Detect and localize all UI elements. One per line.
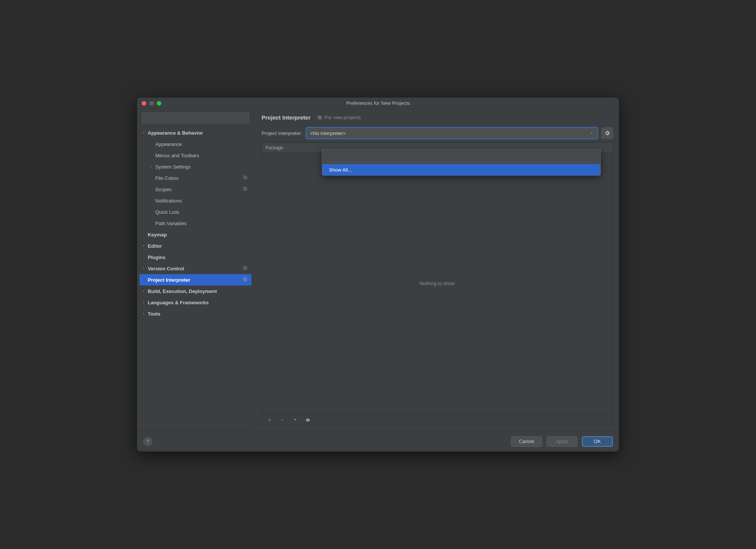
page-context: For new projects bbox=[317, 115, 361, 120]
sidebar-item-label: Build, Execution, Deployment bbox=[148, 288, 217, 294]
body: Appearance & BehaviorAppearanceMenus and… bbox=[137, 109, 619, 431]
chevron-right-icon bbox=[141, 244, 146, 248]
sidebar-item-project-interpreter[interactable]: Project Interpreter bbox=[139, 274, 251, 285]
svg-rect-2 bbox=[244, 176, 247, 179]
sidebar-item-label: Path Variables bbox=[155, 221, 187, 226]
sidebar-item-label: Scopes bbox=[155, 187, 171, 192]
dialog-footer: ? Cancel Apply OK bbox=[137, 431, 619, 451]
sidebar-item-path-variables[interactable]: Path Variables bbox=[139, 218, 251, 229]
ok-button[interactable]: OK bbox=[582, 436, 613, 447]
sidebar-item-system-settings[interactable]: System Settings bbox=[139, 161, 251, 172]
sidebar-item-plugins[interactable]: Plugins bbox=[139, 251, 251, 263]
sidebar-item-quick-lists[interactable]: Quick Lists bbox=[139, 206, 251, 218]
help-button[interactable]: ? bbox=[143, 437, 152, 446]
add-package-button[interactable] bbox=[266, 417, 272, 423]
sidebar-item-label: Plugins bbox=[148, 255, 165, 260]
sidebar-item-label: Quick Lists bbox=[155, 209, 179, 215]
svg-point-12 bbox=[308, 419, 308, 420]
dropdown-option--no-interpreter-[interactable] bbox=[322, 149, 600, 161]
interpreter-settings-button[interactable] bbox=[601, 127, 613, 139]
cancel-button[interactable]: Cancel bbox=[511, 436, 542, 447]
minimize-window-button[interactable] bbox=[149, 101, 154, 106]
svg-rect-7 bbox=[243, 266, 246, 269]
sidebar-item-menus-and-toolbars[interactable]: Menus and Toolbars bbox=[139, 150, 251, 161]
sidebar-item-build-execution-deployment[interactable]: Build, Execution, Deployment bbox=[139, 285, 251, 297]
interpreter-row: Project Interpreter: <No interpreter> bbox=[254, 124, 619, 143]
table-toolbar bbox=[262, 414, 612, 425]
chevron-right-icon bbox=[141, 301, 146, 304]
sidebar-item-label: Version Control bbox=[148, 266, 184, 271]
svg-rect-4 bbox=[244, 188, 247, 190]
sidebar-item-label: Languages & Frameworks bbox=[148, 300, 209, 305]
dropdown-separator bbox=[326, 162, 597, 163]
chevron-right-icon bbox=[141, 289, 146, 293]
sidebar: Appearance & BehaviorAppearanceMenus and… bbox=[137, 109, 254, 431]
sidebar-item-tools[interactable]: Tools bbox=[139, 308, 251, 319]
interpreter-dropdown: Show All... bbox=[322, 149, 601, 176]
titlebar: Preferences for New Projects bbox=[137, 98, 619, 109]
sidebar-item-keymap[interactable]: Keymap bbox=[139, 229, 251, 240]
chevron-down-icon bbox=[590, 130, 594, 136]
sidebar-item-version-control[interactable]: Version Control bbox=[139, 263, 251, 274]
chevron-down-icon bbox=[141, 131, 146, 135]
upgrade-package-button[interactable] bbox=[292, 417, 298, 423]
gear-icon bbox=[604, 130, 610, 136]
sidebar-item-label: Appearance & Behavior bbox=[148, 130, 203, 136]
close-window-button[interactable] bbox=[142, 101, 146, 106]
svg-rect-8 bbox=[244, 278, 247, 281]
settings-tree: Appearance & BehaviorAppearanceMenus and… bbox=[139, 127, 251, 319]
window-title: Preferences for New Projects bbox=[137, 100, 619, 106]
sidebar-item-label: Keymap bbox=[148, 232, 167, 238]
sidebar-item-languages-frameworks[interactable]: Languages & Frameworks bbox=[139, 297, 251, 308]
table-empty-text: Nothing to show bbox=[262, 153, 612, 414]
main-panel: Project Interpreter For new projects Pro… bbox=[254, 109, 619, 431]
breadcrumb: Project Interpreter For new projects bbox=[254, 109, 619, 124]
svg-rect-3 bbox=[243, 176, 246, 178]
sidebar-item-label: Editor bbox=[148, 243, 162, 249]
sidebar-item-label: File Colors bbox=[155, 175, 179, 181]
sidebar-item-notifications[interactable]: Notifications bbox=[139, 195, 251, 206]
sidebar-item-editor[interactable]: Editor bbox=[139, 240, 251, 251]
sidebar-item-label: Menus and Toolbars bbox=[155, 153, 199, 158]
copy-icon bbox=[243, 265, 248, 271]
svg-rect-9 bbox=[243, 278, 246, 280]
chevron-right-icon bbox=[141, 312, 146, 316]
chevron-right-icon bbox=[141, 267, 146, 270]
dropdown-option-show-all-[interactable]: Show All... bbox=[322, 164, 600, 175]
sidebar-item-label: Appearance bbox=[155, 141, 182, 147]
remove-package-button[interactable] bbox=[279, 417, 285, 423]
sidebar-item-label: Project Interpreter bbox=[148, 277, 190, 283]
copy-icon bbox=[243, 277, 248, 283]
apply-button[interactable]: Apply bbox=[546, 436, 577, 447]
copy-icon bbox=[243, 186, 248, 192]
svg-rect-5 bbox=[243, 187, 246, 190]
interpreter-label: Project Interpreter: bbox=[262, 130, 302, 136]
sidebar-item-appearance-behavior[interactable]: Appearance & Behavior bbox=[139, 127, 251, 138]
sidebar-item-label: Tools bbox=[148, 311, 161, 317]
interpreter-select[interactable]: <No interpreter> bbox=[306, 127, 598, 139]
sidebar-item-appearance[interactable]: Appearance bbox=[139, 138, 251, 150]
copy-icon bbox=[243, 175, 248, 181]
show-early-releases-button[interactable] bbox=[305, 417, 311, 423]
search-box bbox=[142, 113, 249, 123]
svg-rect-6 bbox=[244, 267, 247, 270]
svg-rect-10 bbox=[319, 117, 321, 119]
sidebar-item-file-colors[interactable]: File Colors bbox=[139, 172, 251, 184]
interpreter-selected-value: <No interpreter> bbox=[310, 130, 346, 136]
sidebar-item-scopes[interactable]: Scopes bbox=[139, 184, 251, 195]
chevron-right-icon bbox=[148, 165, 154, 169]
svg-rect-11 bbox=[318, 116, 321, 118]
traffic-lights bbox=[142, 101, 161, 106]
zoom-window-button[interactable] bbox=[157, 101, 161, 106]
search-input[interactable] bbox=[142, 113, 249, 123]
sidebar-item-label: Notifications bbox=[155, 198, 182, 204]
copy-icon bbox=[317, 115, 322, 120]
packages-table: Package Nothing to show bbox=[262, 143, 613, 426]
preferences-window: Preferences for New Projects Appearance … bbox=[137, 97, 619, 452]
page-title: Project Interpreter bbox=[262, 114, 311, 121]
sidebar-item-label: System Settings bbox=[155, 164, 191, 170]
